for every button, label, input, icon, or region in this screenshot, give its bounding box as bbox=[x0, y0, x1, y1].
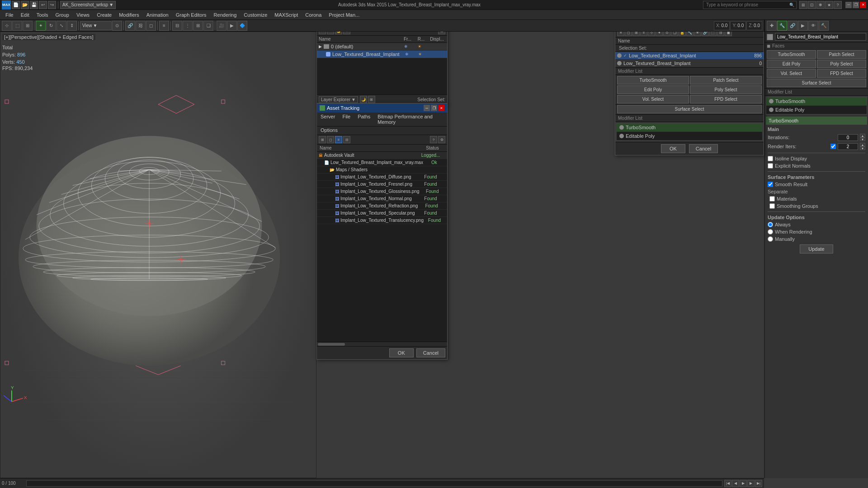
sfs-ok-btn[interactable]: OK bbox=[661, 144, 685, 153]
at-row-fresnel[interactable]: 🖼 Implant_Low_Textured_Fresnel.png Found bbox=[317, 181, 447, 188]
icon-btn-1[interactable]: ⊞ bbox=[799, 1, 807, 9]
sfs-row-1[interactable]: Low_Textured_Breast_Implant 0 bbox=[615, 60, 764, 67]
patch-select-btn[interactable]: Patch Select bbox=[817, 50, 866, 59]
poly-select-btn[interactable]: Poly Select bbox=[817, 60, 866, 68]
iterations-spinner[interactable]: ▲ ▼ bbox=[860, 134, 865, 141]
at-scroll-area[interactable]: 🏛 Autodesk Vault Logged... 📄 Low_Texture… bbox=[317, 152, 447, 342]
link-btn[interactable]: 🔗 bbox=[125, 21, 135, 31]
se-icon-2[interactable]: ⊞ bbox=[368, 96, 375, 103]
at-help[interactable]: ? bbox=[430, 136, 437, 143]
manually-radio[interactable] bbox=[768, 236, 773, 242]
icon-btn-4[interactable]: ★ bbox=[825, 1, 833, 9]
workspace-select[interactable]: AK_Screenshot_wrksp ▼ bbox=[60, 1, 116, 9]
rotate-tool[interactable]: ↻ bbox=[46, 21, 56, 31]
select-tool[interactable]: ⊹ bbox=[2, 21, 12, 31]
at-menu-paths[interactable]: Paths bbox=[354, 113, 374, 126]
when-rendering-radio[interactable] bbox=[768, 229, 773, 235]
at-restore[interactable]: ❐ bbox=[431, 105, 437, 111]
next-frame[interactable]: ▶ bbox=[747, 480, 755, 487]
at-menu-bitmap[interactable]: Bitmap Performance and Memory bbox=[374, 113, 447, 126]
active-shade[interactable]: 🔷 bbox=[237, 21, 247, 31]
sfs-cancel-btn[interactable]: Cancel bbox=[689, 144, 718, 153]
sfs-patch-select-btn[interactable]: Patch Select bbox=[690, 76, 762, 84]
at-tool-3[interactable]: ≡ bbox=[335, 136, 342, 143]
at-title-bar[interactable]: Asset Tracking ─ ❐ ✕ bbox=[317, 103, 447, 113]
render-iters-checkbox[interactable] bbox=[830, 144, 836, 149]
rp-hierarchy-icon[interactable]: 🔗 bbox=[788, 21, 797, 31]
at-row-maps[interactable]: 📂 Maps / Shaders bbox=[317, 166, 447, 174]
icon-btn-3[interactable]: ❋ bbox=[816, 1, 825, 9]
render-setup[interactable]: 🎥 bbox=[217, 21, 226, 31]
iterations-input[interactable] bbox=[838, 134, 858, 141]
menu-views[interactable]: Views bbox=[73, 11, 93, 19]
se-row-default[interactable]: ▶ 0 (default) ❄ ☀ bbox=[317, 43, 447, 51]
sfs-stack-turbosmooth[interactable]: TurboSmooth bbox=[617, 123, 762, 132]
menu-maxscript[interactable]: MAXScript bbox=[271, 11, 302, 19]
unlink-btn[interactable]: ⛓ bbox=[136, 21, 146, 31]
menu-project-man[interactable]: Project Man... bbox=[325, 11, 363, 19]
at-row-maxfile[interactable]: 📄 Low_Textured_Breast_Implant_max_vray.m… bbox=[317, 159, 447, 166]
at-row-specular[interactable]: 🖼 Implant_Low_Textured_Specular.png Foun… bbox=[317, 210, 447, 217]
menu-corona[interactable]: Corona bbox=[302, 11, 325, 19]
at-ok-btn[interactable]: OK bbox=[389, 348, 414, 357]
explicit-normals-checkbox[interactable] bbox=[768, 163, 773, 169]
object-color-swatch[interactable] bbox=[767, 34, 773, 40]
layer-mgr[interactable]: ≡ bbox=[159, 21, 169, 31]
se-row-implant[interactable]: Low_Textured_Breast_Implant ❄ ☀ bbox=[317, 51, 447, 58]
icon-btn-5[interactable]: ? bbox=[834, 1, 842, 9]
search-box[interactable]: 🔍 bbox=[703, 1, 797, 9]
select-region[interactable]: ⬚ bbox=[12, 21, 22, 31]
se-icon-1[interactable]: 🌙 bbox=[360, 96, 367, 103]
win-restore[interactable]: ❐ bbox=[853, 2, 859, 8]
win-close[interactable]: ✕ bbox=[860, 2, 866, 8]
time-slider[interactable] bbox=[26, 480, 722, 487]
viewport[interactable]: [+][Perspective][Shaded + Edged Faces] T… bbox=[0, 32, 316, 478]
menu-modifiers[interactable]: Modifiers bbox=[115, 11, 143, 19]
surface-select-btn[interactable]: Surface Select bbox=[767, 79, 866, 87]
sfs-row-0[interactable]: ✓ Low_Textured_Breast_Implant 896 bbox=[615, 52, 764, 60]
smoothing-groups-checkbox[interactable] bbox=[769, 203, 775, 209]
menu-group[interactable]: Group bbox=[52, 11, 73, 19]
menu-animation[interactable]: Animation bbox=[143, 11, 172, 19]
at-menu-file[interactable]: File bbox=[339, 113, 354, 126]
at-menu-options[interactable]: Options bbox=[317, 127, 447, 134]
at-minimize[interactable]: ─ bbox=[424, 105, 430, 111]
at-tool-4[interactable]: ⊟ bbox=[343, 136, 350, 143]
rp-modify-icon[interactable]: 🔧 bbox=[777, 21, 787, 31]
object-name-field[interactable]: Low_Textured_Breast_Implant bbox=[775, 33, 866, 41]
rp-utilities-icon[interactable]: 🔨 bbox=[819, 21, 829, 31]
at-row-refraction[interactable]: 🖼 Implant_Low_Textured_Refraction.png Fo… bbox=[317, 202, 447, 210]
materials-checkbox[interactable] bbox=[769, 196, 775, 202]
sfs-edit-poly-btn[interactable]: Edit Poly bbox=[617, 85, 689, 94]
use-center[interactable]: ⊙ bbox=[112, 21, 122, 31]
isoline-checkbox[interactable] bbox=[768, 156, 773, 161]
at-row-translucency[interactable]: 🖼 Implant_Low_Textured_Translucency.png … bbox=[317, 217, 447, 224]
at-tool-2[interactable]: ◻ bbox=[327, 136, 334, 143]
render-iters-spinner[interactable]: ▲ ▼ bbox=[860, 143, 865, 150]
turbosmooth-btn[interactable]: TurboSmooth bbox=[767, 50, 816, 59]
search-input[interactable] bbox=[703, 2, 789, 7]
se-bottom-dropdown[interactable]: Layer Explorer ▼ bbox=[319, 96, 358, 103]
at-row-normal[interactable]: 🖼 Implant_Low_Textured_Normal.png Found bbox=[317, 195, 447, 202]
at-row-diffuse[interactable]: 🖼 Implant_Low_Textured_Diffuse.png Found bbox=[317, 174, 447, 181]
prev-frame[interactable]: ◀ bbox=[732, 480, 739, 487]
at-close[interactable]: ✕ bbox=[438, 105, 444, 111]
rp-motion-icon[interactable]: ▶ bbox=[798, 21, 808, 31]
scale-tool[interactable]: ⤡ bbox=[57, 21, 66, 31]
rp-display-icon[interactable]: 👁 bbox=[808, 21, 818, 31]
render-btn[interactable]: ▶ bbox=[227, 21, 237, 31]
spacing[interactable]: ⊞ bbox=[193, 21, 203, 31]
save-btn[interactable]: 💾 bbox=[30, 1, 38, 9]
redo-btn[interactable]: ↪ bbox=[48, 1, 56, 9]
menu-create[interactable]: Create bbox=[93, 11, 115, 19]
go-start[interactable]: |◀ bbox=[724, 480, 731, 487]
at-row-glossiness[interactable]: 🖼 Implant_Low_Textured_Glossiness.png Fo… bbox=[317, 188, 447, 195]
at-cancel-btn[interactable]: Cancel bbox=[416, 348, 445, 357]
window-crossing[interactable]: ⊞ bbox=[23, 21, 33, 31]
at-row-vault[interactable]: 🏛 Autodesk Vault Logged... bbox=[317, 152, 447, 159]
align[interactable]: ⋮ bbox=[183, 21, 193, 31]
render-iters-input[interactable] bbox=[838, 143, 858, 150]
mirror[interactable]: ⊟ bbox=[172, 21, 182, 31]
play-btn[interactable]: ▶ bbox=[740, 480, 747, 487]
at-tool-1[interactable]: ⊞ bbox=[319, 136, 326, 143]
